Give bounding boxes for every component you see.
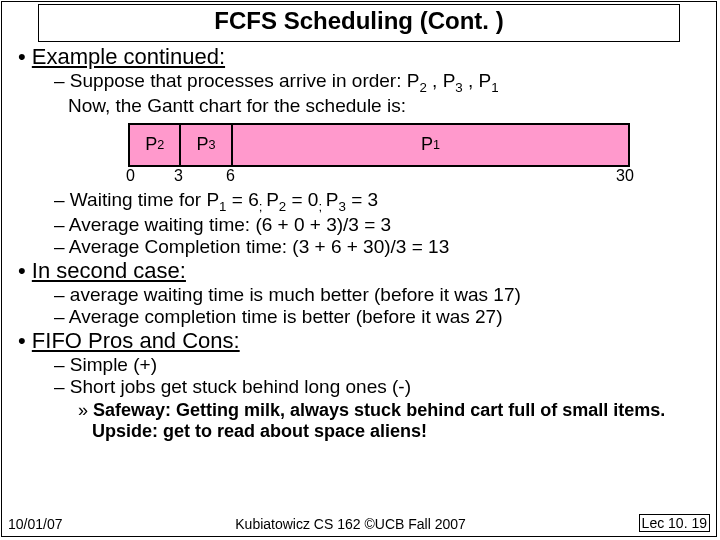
text: Average Completion time: (3 + 6 + 30)/3 … bbox=[69, 236, 449, 257]
text: In second case: bbox=[32, 258, 186, 283]
text: Waiting time for P bbox=[70, 189, 219, 210]
tick-0: 0 bbox=[126, 167, 135, 185]
label: P bbox=[197, 134, 209, 155]
sub: 3 bbox=[455, 80, 462, 95]
tick-3: 3 bbox=[174, 167, 183, 185]
title-box: FCFS Scheduling (Cont. ) bbox=[38, 4, 680, 42]
sub: 1 bbox=[219, 199, 226, 214]
gantt-cell-p1: P1 bbox=[233, 125, 630, 165]
sub: 3 bbox=[339, 199, 346, 214]
footer-center: Kubiatowicz CS 162 ©UCB Fall 2007 bbox=[63, 516, 639, 532]
text: Suppose that processes arrive in order: … bbox=[70, 70, 420, 91]
slide-footer: 10/01/07 Kubiatowicz CS 162 ©UCB Fall 20… bbox=[8, 514, 710, 532]
text: Simple (+) bbox=[70, 354, 157, 375]
semi: ; bbox=[318, 199, 325, 214]
text: Example continued: bbox=[32, 44, 225, 69]
tick-30: 30 bbox=[616, 167, 634, 185]
text: average waiting time is much better (bef… bbox=[70, 284, 521, 305]
bullet-avg-wait: – Average waiting time: (6 + 0 + 3)/3 = … bbox=[54, 214, 716, 236]
text: P bbox=[326, 189, 339, 210]
text: , P bbox=[427, 70, 456, 91]
sub: 1 bbox=[491, 80, 498, 95]
text: FIFO Pros and Cons: bbox=[32, 328, 240, 353]
gantt-ticks: 0 3 6 30 bbox=[126, 167, 630, 187]
bullet-b3a: – Simple (+) bbox=[54, 354, 716, 376]
sub: 2 bbox=[419, 80, 426, 95]
bullet-avg-completion: – Average Completion time: (3 + 6 + 30)/… bbox=[54, 236, 716, 258]
gantt-cell-p2: P2 bbox=[130, 125, 181, 165]
bullet-example-continued: • Example continued: bbox=[18, 44, 716, 70]
text: Short jobs get stuck behind long ones (-… bbox=[70, 376, 411, 397]
bullet-b2b: – Average completion time is better (bef… bbox=[54, 306, 716, 328]
label: P bbox=[145, 134, 157, 155]
text: , P bbox=[463, 70, 492, 91]
footer-lecnum: Lec 10. 19 bbox=[639, 514, 710, 532]
bullet-b3c: » Safeway: Getting milk, always stuck be… bbox=[78, 400, 716, 442]
bullet-b2a: – average waiting time is much better (b… bbox=[54, 284, 716, 306]
text: Now, the Gantt chart for the schedule is… bbox=[68, 95, 406, 116]
gantt-row: P2 P3 P1 bbox=[128, 123, 630, 167]
tick-6: 6 bbox=[226, 167, 235, 185]
slide-title: FCFS Scheduling (Cont. ) bbox=[214, 7, 503, 34]
text: Average completion time is better (befor… bbox=[69, 306, 503, 327]
text: P bbox=[266, 189, 279, 210]
footer-date: 10/01/07 bbox=[8, 516, 63, 532]
text: = 6 bbox=[227, 189, 259, 210]
text: = 0 bbox=[286, 189, 318, 210]
sub: 1 bbox=[433, 138, 440, 152]
slide-frame: FCFS Scheduling (Cont. ) • Example conti… bbox=[1, 1, 717, 537]
gantt-chart: P2 P3 P1 0 3 6 30 bbox=[128, 123, 716, 187]
bullet-waiting-time: – Waiting time for P1 = 6; P2 = 0; P3 = … bbox=[54, 189, 716, 214]
bullet-fifo: • FIFO Pros and Cons: bbox=[18, 328, 716, 354]
gantt-cell-p3: P3 bbox=[181, 125, 232, 165]
sub: 2 bbox=[157, 138, 164, 152]
text: Safeway: Getting milk, always stuck behi… bbox=[92, 400, 665, 441]
bullet-second-case: • In second case: bbox=[18, 258, 716, 284]
label: P bbox=[421, 134, 433, 155]
bullet-b3b: – Short jobs get stuck behind long ones … bbox=[54, 376, 716, 398]
text: = 3 bbox=[346, 189, 378, 210]
bullet-suppose: – Suppose that processes arrive in order… bbox=[54, 70, 716, 117]
text: Average waiting time: (6 + 0 + 3)/3 = 3 bbox=[69, 214, 391, 235]
sub: 3 bbox=[209, 138, 216, 152]
